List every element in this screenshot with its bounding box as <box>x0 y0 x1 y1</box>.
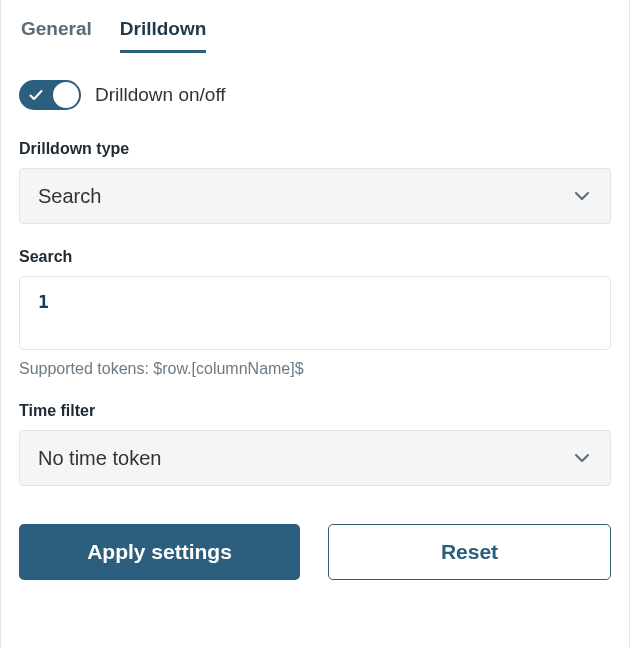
settings-panel: General Drilldown Drilldown on/off Drill… <box>0 0 630 648</box>
time-filter-label: Time filter <box>19 402 611 420</box>
chevron-down-icon <box>572 448 592 468</box>
drilldown-type-label: Drilldown type <box>19 140 611 158</box>
search-label: Search <box>19 248 611 266</box>
drilldown-type-select[interactable]: Search <box>19 168 611 224</box>
check-icon <box>28 87 44 103</box>
chevron-down-icon <box>572 186 592 206</box>
reset-button[interactable]: Reset <box>328 524 611 580</box>
search-input[interactable]: 1 <box>19 276 611 350</box>
apply-button[interactable]: Apply settings <box>19 524 300 580</box>
button-row: Apply settings Reset <box>19 524 611 580</box>
time-filter-value: No time token <box>38 447 161 470</box>
search-hint: Supported tokens: $row.[columnName]$ <box>19 360 611 378</box>
tab-general[interactable]: General <box>21 18 92 53</box>
time-filter-section: Time filter No time token <box>19 402 611 486</box>
drilldown-toggle-row: Drilldown on/off <box>19 80 611 110</box>
drilldown-type-value: Search <box>38 185 101 208</box>
drilldown-toggle-label: Drilldown on/off <box>95 84 226 106</box>
tab-drilldown[interactable]: Drilldown <box>120 18 207 53</box>
search-section: Search 1 Supported tokens: $row.[columnN… <box>19 248 611 378</box>
toggle-knob <box>53 82 79 108</box>
tabs: General Drilldown <box>19 0 611 54</box>
drilldown-type-section: Drilldown type Search <box>19 140 611 224</box>
drilldown-toggle[interactable] <box>19 80 81 110</box>
time-filter-select[interactable]: No time token <box>19 430 611 486</box>
